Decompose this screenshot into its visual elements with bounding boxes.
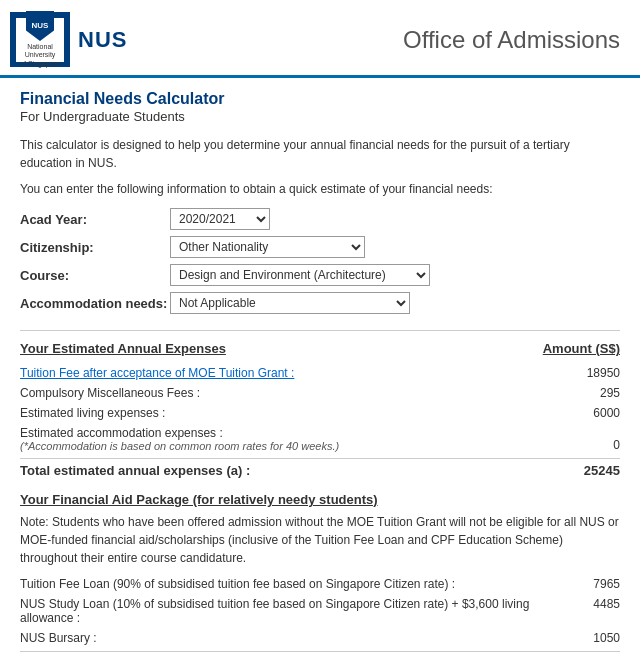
divider-1: [20, 330, 620, 331]
expense-row-living: Estimated living expenses : 6000: [20, 406, 620, 420]
expense-amount-tuition: 18950: [560, 366, 620, 380]
expense-label-living: Estimated living expenses :: [20, 406, 560, 420]
citizenship-select[interactable]: Other Nationality Singapore Citizen Sing…: [170, 236, 365, 258]
page-header: NUS National Universityof Singapore NUS …: [0, 0, 640, 78]
course-select[interactable]: Design and Environment (Architecture): [170, 264, 430, 286]
citizenship-row: Citizenship: Other Nationality Singapore…: [20, 236, 620, 258]
acad-year-label: Acad Year:: [20, 212, 170, 227]
expense-amount-misc: 295: [560, 386, 620, 400]
aid-amount-tuition-loan: 7965: [560, 577, 620, 591]
office-title: Office of Admissions: [403, 26, 620, 54]
accommodation-note: (*Accommodation is based on common room …: [20, 440, 560, 452]
aid-label-tuition-loan: Tuition Fee Loan (90% of subsidised tuit…: [20, 577, 560, 591]
nus-logo-text: NUS: [78, 27, 127, 53]
expense-row-tuition: Tuition Fee after acceptance of MOE Tuit…: [20, 366, 620, 380]
logo-area: NUS National Universityof Singapore NUS: [10, 12, 127, 67]
aid-row-bursary: NUS Bursary : 1050: [20, 631, 620, 645]
expense-amount-accommodation: 0: [560, 438, 620, 452]
aid-row-tuition-loan: Tuition Fee Loan (90% of subsidised tuit…: [20, 577, 620, 591]
accommodation-select[interactable]: Not Applicable On-campus: [170, 292, 410, 314]
financial-aid-title: Your Financial Aid Package (for relative…: [20, 492, 620, 507]
total-expenses-row: Total estimated annual expenses (a) : 25…: [20, 458, 620, 478]
expenses-section-title: Your Estimated Annual Expenses: [20, 341, 226, 356]
expense-label-accommodation: Estimated accommodation expenses :: [20, 426, 560, 440]
expense-label-tuition[interactable]: Tuition Fee after acceptance of MOE Tuit…: [20, 366, 560, 380]
intro-text-2: You can enter the following information …: [20, 180, 620, 198]
expenses-header: Your Estimated Annual Expenses Amount (S…: [20, 341, 620, 358]
intro-text-1: This calculator is designed to help you …: [20, 136, 620, 172]
page-title: Financial Needs Calculator: [20, 90, 620, 108]
acad-year-row: Acad Year: 2020/2021: [20, 208, 620, 230]
logo-box: NUS National Universityof Singapore: [10, 12, 70, 67]
aid-amount-study-loan: 4485: [560, 597, 620, 625]
logo-inner: NUS National Universityof Singapore: [16, 18, 64, 62]
accommodation-label: Accommodation needs:: [20, 296, 170, 311]
total-expenses-amount: 25245: [560, 463, 620, 478]
expense-row-accommodation: Estimated accommodation expenses : (*Acc…: [20, 426, 620, 452]
accommodation-row: Accommodation needs: Not Applicable On-c…: [20, 292, 620, 314]
aid-row-study-loan: NUS Study Loan (10% of subsidised tuitio…: [20, 597, 620, 625]
total-expenses-label: Total estimated annual expenses (a) :: [20, 463, 250, 478]
main-content: Financial Needs Calculator For Undergrad…: [0, 78, 640, 654]
financial-aid-note: Note: Students who have been offered adm…: [20, 513, 620, 567]
expense-amount-living: 6000: [560, 406, 620, 420]
expenses-amount-header: Amount (S$): [543, 341, 620, 356]
course-label: Course:: [20, 268, 170, 283]
course-row: Course: Design and Environment (Architec…: [20, 264, 620, 286]
acad-year-select[interactable]: 2020/2021: [170, 208, 270, 230]
aid-amount-bursary: 1050: [560, 631, 620, 645]
citizenship-label: Citizenship:: [20, 240, 170, 255]
expense-accommodation-group: Estimated accommodation expenses : (*Acc…: [20, 426, 560, 452]
aid-label-study-loan: NUS Study Loan (10% of subsidised tuitio…: [20, 597, 560, 625]
aid-label-bursary: NUS Bursary :: [20, 631, 560, 645]
expense-row-misc: Compulsory Miscellaneous Fees : 295: [20, 386, 620, 400]
calculator-form: Acad Year: 2020/2021 Citizenship: Other …: [20, 208, 620, 314]
page-subtitle: For Undergraduate Students: [20, 109, 620, 124]
logo-subtext: National Universityof Singapore: [16, 43, 64, 68]
expense-label-misc: Compulsory Miscellaneous Fees :: [20, 386, 560, 400]
